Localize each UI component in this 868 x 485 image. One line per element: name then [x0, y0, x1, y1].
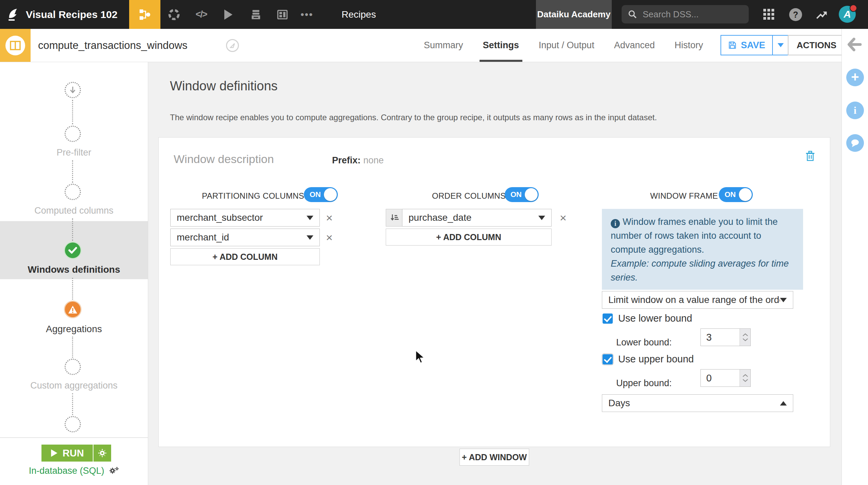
go-to-flow-compass-icon[interactable]	[226, 39, 239, 52]
lower-bound-input[interactable]	[701, 329, 740, 346]
toggle-knob	[324, 188, 337, 201]
jobs-play-icon[interactable]	[220, 0, 237, 29]
upper-bound-stepper[interactable]	[740, 370, 750, 387]
use-upper-bound-row: Use upper bound	[603, 354, 694, 365]
breadcrumb-recipes[interactable]: Recipes	[342, 0, 376, 29]
flow-icon	[138, 8, 152, 21]
step-circle-pre-filter[interactable]	[65, 126, 81, 142]
lower-bound-label: Lower bound:	[616, 337, 672, 348]
partitioning-toggle[interactable]: ON	[304, 187, 338, 202]
step-circle-windows-definitions[interactable]	[64, 241, 82, 259]
apps-grid-icon[interactable]	[763, 9, 775, 20]
remove-order-column-1[interactable]: ×	[560, 209, 567, 227]
lower-bound-stepper[interactable]	[740, 329, 750, 346]
collapse-panel-arrow-icon[interactable]	[847, 38, 862, 53]
project-title[interactable]: Visual Recipes 102	[26, 0, 118, 29]
recipe-header: compute_transactions_windows Summary Set…	[0, 29, 868, 62]
step-circle-next-partial[interactable]	[65, 416, 81, 432]
add-panel-button[interactable]: +	[846, 69, 864, 86]
flow-nav-tile-active[interactable]	[129, 0, 160, 29]
recipe-tabs: Summary Settings Input / Output Advanced…	[424, 29, 703, 62]
code-notebooks-icon[interactable]: </>	[193, 0, 210, 29]
more-menu-icon[interactable]: •••	[298, 0, 315, 29]
use-upper-bound-label: Use upper bound	[618, 354, 694, 365]
sort-direction-button[interactable]	[386, 209, 402, 227]
use-lower-bound-checkbox[interactable]	[603, 313, 613, 324]
order-columns-label: ORDER COLUMNS	[432, 191, 506, 201]
step-circle-aggregations[interactable]	[64, 301, 82, 318]
step-label-computed-columns[interactable]: Computed columns	[0, 205, 148, 216]
dataiku-academy-button[interactable]: Dataiku Academy	[536, 0, 612, 29]
details-panel-button[interactable]: i	[846, 102, 864, 119]
page-title: Window definitions	[170, 79, 278, 93]
upper-bound-label: Upper bound:	[616, 378, 672, 389]
tab-settings[interactable]: Settings	[483, 29, 519, 62]
chevron-down-icon	[778, 43, 784, 47]
delete-window-trash-icon[interactable]	[805, 150, 815, 163]
lower-bound-input-group	[700, 328, 751, 346]
stack-icon[interactable]	[247, 0, 264, 29]
order-toggle[interactable]: ON	[505, 187, 539, 202]
chevron-down-icon	[307, 216, 313, 220]
step-connector	[72, 337, 73, 358]
step-label-pre-filter[interactable]: Pre-filter	[0, 147, 148, 158]
actions-button[interactable]: ACTIONS	[788, 35, 845, 55]
user-avatar[interactable]: A	[839, 6, 856, 23]
step-connector	[72, 278, 73, 300]
window-frame-label: WINDOW FRAME	[650, 191, 718, 201]
prefix-value[interactable]: none	[363, 155, 384, 166]
chat-bubble-icon	[850, 138, 861, 148]
step-label-windows-definitions[interactable]: Windows definitions	[0, 264, 148, 275]
help-icon[interactable]: ?	[789, 8, 802, 21]
run-split-button: RUN	[41, 445, 111, 462]
discussions-panel-button[interactable]	[846, 134, 864, 152]
search-input[interactable]	[642, 9, 739, 20]
upper-bound-input-group	[700, 369, 751, 387]
save-button[interactable]: SAVE	[721, 36, 772, 55]
tab-input-output[interactable]: Input / Output	[539, 29, 594, 62]
settings-main-pane: Window definitions The window recipe ena…	[148, 62, 841, 485]
remove-partitioning-column-2[interactable]: ×	[326, 229, 333, 246]
chevron-up-icon	[780, 401, 787, 406]
search-icon	[628, 10, 637, 19]
lab-icon[interactable]	[166, 0, 183, 29]
tab-history[interactable]: History	[675, 29, 703, 62]
run-button[interactable]: RUN	[41, 445, 93, 462]
check-icon	[68, 247, 77, 254]
tab-advanced[interactable]: Advanced	[614, 29, 655, 62]
chevron-down-icon	[307, 235, 313, 240]
chevron-down-icon	[780, 298, 787, 302]
frame-unit-select[interactable]: Days	[602, 394, 793, 412]
partitioning-column-select-1[interactable]: merchant_subsector	[170, 209, 320, 227]
remove-partitioning-column-1[interactable]: ×	[326, 209, 333, 227]
dataiku-logo-icon[interactable]	[5, 6, 22, 23]
global-search[interactable]	[622, 5, 749, 23]
window-frame-toggle[interactable]: ON	[719, 187, 753, 202]
trending-icon[interactable]	[815, 9, 829, 22]
input-step-icon[interactable]	[65, 82, 81, 98]
add-order-column-button[interactable]: + ADD COLUMN	[386, 229, 552, 246]
tab-summary[interactable]: Summary	[424, 29, 463, 62]
partitioning-column-select-2[interactable]: merchant_id	[170, 229, 320, 246]
save-dropdown-button[interactable]	[772, 36, 788, 55]
sort-ascending-icon	[390, 213, 399, 222]
step-circle-custom-aggregations[interactable]	[65, 359, 81, 375]
toggle-knob	[739, 188, 752, 201]
use-upper-bound-checkbox[interactable]	[603, 354, 613, 364]
step-label-custom-aggregations[interactable]: Custom aggregations	[0, 380, 148, 391]
engine-selector[interactable]: In-database (SQL)	[0, 466, 148, 478]
step-label-aggregations[interactable]: Aggregations	[0, 324, 148, 335]
dashboards-icon[interactable]	[274, 0, 291, 29]
window-recipe-icon-tile	[0, 29, 31, 62]
order-column-select-1[interactable]: purchase_date	[402, 209, 552, 227]
window-description-card: Window description Prefix: none PARTITIO…	[158, 137, 830, 447]
frame-limit-mode-select[interactable]: Limit window on a value range of the ord…	[602, 291, 793, 309]
add-window-button[interactable]: + ADD WINDOW	[459, 449, 529, 466]
add-partitioning-column-button[interactable]: + ADD COLUMN	[170, 248, 320, 265]
step-circle-computed-columns[interactable]	[65, 184, 81, 200]
top-navigation-bar: Visual Recipes 102 </> ••• Recipes Datai…	[0, 0, 868, 29]
save-split-button: SAVE	[721, 35, 789, 55]
upper-bound-input[interactable]	[701, 370, 740, 387]
run-settings-button[interactable]	[93, 445, 111, 462]
toggle-knob	[525, 188, 538, 201]
